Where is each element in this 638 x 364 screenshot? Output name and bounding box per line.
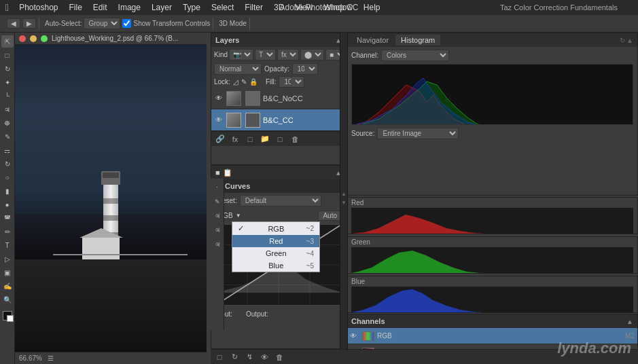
curves-eyedrop3-tool[interactable]: ♃ bbox=[211, 238, 224, 251]
canvas-image[interactable] bbox=[15, 45, 207, 352]
blur-tool[interactable]: ● bbox=[1, 198, 14, 211]
eraser-tool[interactable]: ○ bbox=[1, 171, 14, 183]
toolbar-nav-group: ◀ ▶ bbox=[4, 18, 39, 30]
tools-panel: ⇱ □ ↻ ✦ └ ♃ ☸ ✎ ⚎ ↻ ○ ▮ ● ◚ ✏ T ▷ ▣ ✍ 🔍 bbox=[0, 33, 15, 364]
delete-layer-btn[interactable]: 🗑 bbox=[289, 134, 301, 145]
kind-filter-select[interactable]: 📷 bbox=[229, 49, 253, 60]
lasso-tool[interactable]: ↻ bbox=[1, 62, 14, 75]
hist-channel-select[interactable]: Colors Red Green Blue bbox=[381, 50, 449, 61]
move-tool[interactable]: ⇱ bbox=[1, 35, 14, 48]
layer-item-bnc-cc[interactable]: 👁 B&C_CC bbox=[211, 109, 346, 131]
preset-select[interactable]: Default bbox=[240, 195, 321, 206]
divider-arrow-up[interactable]: ▲ bbox=[341, 191, 347, 197]
curves-eyedrop-tool[interactable]: ♃ bbox=[211, 210, 224, 222]
text-tool[interactable]: T bbox=[1, 239, 14, 251]
menu-filter[interactable]: Filter bbox=[240, 1, 268, 14]
dropdown-blue[interactable]: Blue ~5 bbox=[232, 259, 319, 272]
menu-help[interactable]: Help bbox=[359, 1, 385, 14]
canvas-area: Lighthouse_Working_2.psd @ 66.7% (B... bbox=[15, 33, 207, 364]
toolbar-fwd-btn[interactable]: ▶ bbox=[22, 18, 36, 29]
type-filter-select[interactable]: T bbox=[255, 49, 276, 60]
maximize-window-btn[interactable] bbox=[41, 35, 48, 42]
eyedropper-tool[interactable]: ♃ bbox=[1, 103, 14, 115]
dropdown-red[interactable]: Red ~3 bbox=[232, 235, 319, 247]
layer-item-bnc-nocc[interactable]: 👁 B&C_NoCC bbox=[211, 88, 346, 109]
curves-point-tool[interactable]: ⋅ bbox=[211, 181, 224, 194]
lock-image[interactable]: ✎ bbox=[241, 78, 247, 86]
auto-button[interactable]: Auto bbox=[318, 211, 342, 221]
lynda-watermark: lynda.com bbox=[557, 340, 631, 357]
link-layers-btn[interactable]: 🔗 bbox=[214, 134, 226, 145]
hist-refresh[interactable]: ↻ bbox=[620, 37, 625, 44]
foreground-color[interactable] bbox=[3, 311, 12, 321]
bottom-delete-btn[interactable]: 🗑 bbox=[273, 352, 285, 363]
stripe1 bbox=[103, 198, 118, 204]
lock-position[interactable]: 🔒 bbox=[249, 78, 258, 86]
dodge-tool[interactable]: ◚ bbox=[1, 212, 14, 224]
bottom-refresh-btn[interactable]: ↻ bbox=[228, 352, 241, 363]
ch-rgb-eye[interactable]: 👁 bbox=[350, 332, 359, 340]
add-mask-btn[interactable]: □ bbox=[244, 134, 256, 145]
menu-select[interactable]: Select bbox=[207, 1, 238, 14]
zoom-tool[interactable]: 🔍 bbox=[1, 293, 14, 306]
effect-filter-select[interactable]: fx bbox=[277, 49, 299, 60]
layer-vis-bnc-cc[interactable]: 👁 bbox=[214, 115, 224, 125]
menu-photoshop[interactable]: Photoshop bbox=[14, 1, 63, 14]
path-tool[interactable]: ▷ bbox=[1, 253, 14, 265]
color-filter-select[interactable]: ⬤ bbox=[300, 49, 324, 60]
toolbar-back-btn[interactable]: ◀ bbox=[7, 18, 20, 29]
bottom-mask-btn[interactable]: □ bbox=[213, 352, 226, 363]
menu-image[interactable]: Image bbox=[113, 1, 145, 14]
green-hist-panel: Green bbox=[347, 236, 638, 274]
hand-tool[interactable]: ✍ bbox=[1, 280, 14, 292]
histogram-content: Channel: Colors Red Green Blue bbox=[347, 47, 637, 142]
svg-marker-12 bbox=[351, 251, 480, 273]
layer-fx-btn[interactable]: fx bbox=[229, 134, 241, 145]
menu-file[interactable]: File bbox=[65, 1, 87, 14]
ch-rgb-thumb bbox=[362, 331, 374, 341]
curves-eyedrop2-tool[interactable]: ♃ bbox=[211, 224, 224, 236]
gradient-tool[interactable]: ▮ bbox=[1, 185, 14, 197]
pen-tool[interactable]: ✏ bbox=[1, 225, 14, 238]
blend-mode-select[interactable]: Normal bbox=[214, 63, 262, 75]
menu-edit[interactable]: Edit bbox=[88, 1, 112, 14]
curves-pencil-tool[interactable]: ✎ bbox=[211, 196, 224, 208]
layer-vis-bnc-nocc[interactable]: 👁 bbox=[214, 94, 224, 103]
channel-dropdown[interactable]: ✓ RGB ~2 Red ~3 Green ~4 Blue ~5 bbox=[232, 221, 320, 272]
dropdown-green[interactable]: Green ~4 bbox=[232, 247, 319, 259]
navigator-tab[interactable]: Navigator bbox=[351, 35, 394, 46]
channels-collapse[interactable]: ▲ bbox=[626, 318, 633, 325]
layer-mask-bnc-nocc bbox=[245, 91, 260, 106]
bottom-vis-btn[interactable]: 👁 bbox=[258, 352, 270, 363]
background-color[interactable] bbox=[7, 315, 14, 322]
transform-checkbox[interactable] bbox=[122, 19, 131, 28]
menu-layer[interactable]: Layer bbox=[147, 1, 177, 14]
source-label: Source: bbox=[351, 130, 374, 137]
group-select[interactable]: Group Layer bbox=[84, 18, 120, 29]
lock-transparent[interactable]: ◿ bbox=[233, 78, 238, 86]
brush-tool[interactable]: ✎ bbox=[1, 130, 14, 143]
marquee-tool[interactable]: □ bbox=[1, 49, 14, 61]
fill-select[interactable]: 100% bbox=[279, 76, 304, 88]
dropdown-rgb[interactable]: ✓ RGB ~2 bbox=[232, 222, 319, 235]
lighthouse-scene bbox=[15, 45, 207, 352]
source-select[interactable]: Entire Image bbox=[377, 128, 459, 139]
hist-panel-collapse[interactable]: ▲ bbox=[626, 37, 633, 44]
red-shortcut: ~3 bbox=[306, 238, 314, 245]
menu-type[interactable]: Type bbox=[178, 1, 205, 14]
bottom-clip-btn[interactable]: ↯ bbox=[243, 352, 255, 363]
heal-tool[interactable]: ☸ bbox=[1, 117, 14, 129]
crop-tool[interactable]: └ bbox=[1, 90, 14, 102]
close-window-btn[interactable] bbox=[19, 35, 26, 42]
opacity-select[interactable]: 100% bbox=[292, 63, 318, 75]
stamp-tool[interactable]: ⚎ bbox=[1, 144, 14, 156]
wand-tool[interactable]: ✦ bbox=[1, 76, 14, 88]
divider-arrow-down[interactable]: ▼ bbox=[341, 200, 347, 206]
shape-tool[interactable]: ▣ bbox=[1, 266, 14, 278]
roof bbox=[79, 228, 123, 238]
minimize-window-btn[interactable] bbox=[30, 35, 37, 42]
new-group-btn[interactable]: 📁 bbox=[259, 134, 271, 145]
history-tool[interactable]: ↻ bbox=[1, 158, 14, 170]
histogram-tab[interactable]: Histogram bbox=[395, 35, 440, 46]
new-layer-btn[interactable]: □ bbox=[274, 134, 286, 145]
